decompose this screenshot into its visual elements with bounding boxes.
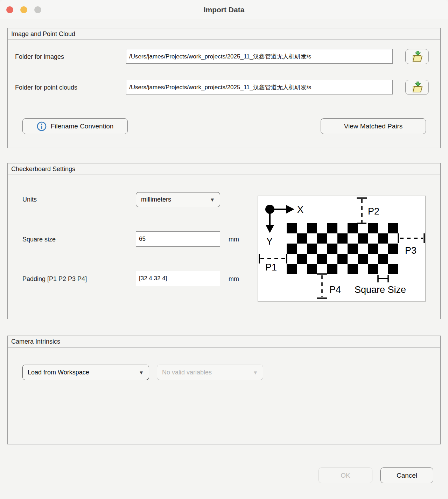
square-size-input[interactable] (136, 231, 220, 247)
open-folder-icon (410, 81, 424, 94)
cancel-button[interactable]: Cancel (380, 468, 433, 483)
chevron-down-icon: ▼ (139, 370, 144, 375)
folder-pointclouds-label: Folder for point clouds (15, 84, 77, 91)
image-point-cloud-title: Image and Point Cloud (8, 28, 440, 40)
window-title: Import Data (0, 0, 448, 19)
checkerboard-pattern (287, 223, 398, 274)
open-folder-icon (410, 50, 424, 63)
folder-images-input[interactable] (126, 49, 393, 64)
checkerboard-settings-panel: Checkerboard Settings Units millimeters … (7, 163, 441, 319)
filename-convention-button[interactable]: Filename Convention (22, 118, 128, 134)
image-point-cloud-panel: Image and Point Cloud Folder for images … (7, 28, 441, 148)
square-size-unit: mm (229, 236, 239, 243)
padding-unit: mm (229, 275, 239, 283)
square-size-label: Square size (22, 236, 56, 243)
svg-text:X: X (297, 204, 303, 215)
intrinsics-variable-dropdown: No valid variables ▼ (157, 365, 263, 380)
browse-images-button[interactable] (405, 49, 429, 64)
info-icon (37, 121, 47, 131)
padding-input[interactable] (136, 271, 220, 286)
svg-text:P2: P2 (368, 206, 379, 217)
folder-images-label: Folder for images (15, 53, 64, 61)
intrinsics-source-value: Load from Workspace (28, 369, 89, 376)
filename-convention-label: Filename Convention (51, 122, 114, 130)
checkerboard-diagram-svg: X Y P2 P3 (258, 196, 425, 301)
view-matched-pairs-button[interactable]: View Matched Pairs (321, 118, 426, 134)
intrinsics-source-dropdown[interactable]: Load from Workspace ▼ (22, 365, 149, 380)
chevron-down-icon: ▼ (210, 197, 215, 203)
view-matched-pairs-label: View Matched Pairs (344, 122, 403, 130)
square-size-marker (378, 275, 388, 282)
titlebar: Import Data (0, 0, 448, 19)
intrinsics-variable-value: No valid variables (162, 369, 212, 376)
p2-marker (357, 198, 367, 223)
units-value: millimeters (141, 196, 171, 203)
folder-pointclouds-input[interactable] (126, 80, 393, 94)
svg-text:P4: P4 (329, 284, 341, 295)
chevron-down-icon: ▼ (253, 370, 258, 375)
units-dropdown[interactable]: millimeters ▼ (136, 192, 220, 207)
checkerboard-settings-title: Checkerboard Settings (8, 163, 440, 175)
p4-marker (317, 274, 327, 298)
checkerboard-diagram: X Y P2 P3 (258, 196, 426, 302)
browse-pointclouds-button[interactable] (405, 80, 429, 95)
camera-intrinsics-title: Camera Intrinsics (8, 336, 440, 347)
camera-intrinsics-panel: Camera Intrinsics Load from Workspace ▼ … (7, 336, 441, 444)
p3-marker (398, 233, 424, 243)
svg-text:Y: Y (266, 236, 273, 247)
padding-label: Padding [P1 P2 P3 P4] (22, 275, 87, 283)
svg-text:P1: P1 (265, 262, 277, 273)
ok-button[interactable]: OK (318, 468, 372, 483)
svg-text:Square Size: Square Size (355, 284, 406, 295)
units-label: Units (22, 196, 37, 203)
svg-text:P3: P3 (405, 245, 416, 256)
